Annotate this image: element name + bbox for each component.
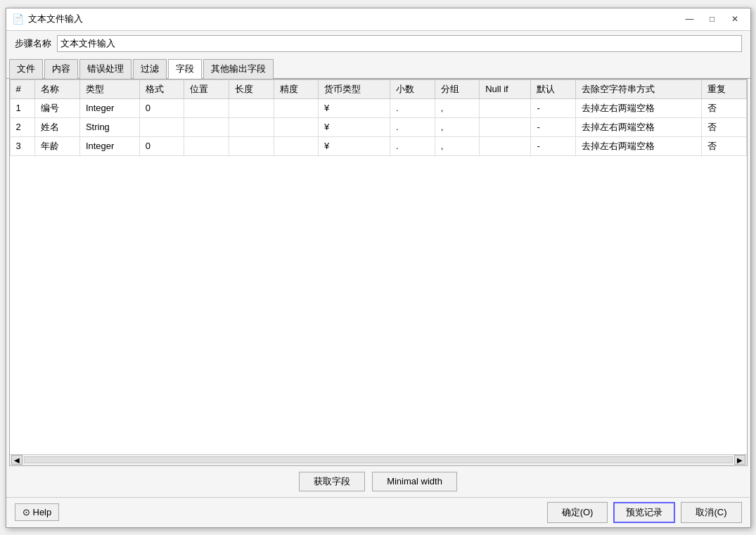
cell-row2-col1[interactable]: 2 — [10, 117, 35, 136]
cell-row1-col13[interactable]: 去掉左右两端空格 — [575, 98, 701, 117]
footer-row: ⊙ Help 确定(O) 预览记录 取消(C) — [6, 497, 750, 527]
col-header-nullif: Null if — [480, 79, 531, 98]
scroll-left-arrow[interactable]: ◀ — [11, 455, 23, 465]
main-window: 📄 文本文件输入 — □ ✕ 步骤名称 文件 内容 错误处理 过滤 字段 其他输… — [6, 8, 751, 528]
tab-fields[interactable]: 字段 — [168, 59, 202, 79]
minimize-button[interactable]: — — [680, 11, 700, 27]
step-input[interactable] — [57, 35, 742, 52]
window-title: 文本文件输入 — [28, 13, 83, 25]
fields-table: # 名称 类型 格式 位置 长度 精度 货币类型 小数 分组 Null if 默… — [10, 79, 747, 156]
cell-row3-col4[interactable]: 0 — [139, 136, 184, 155]
titlebar: 📄 文本文件输入 — □ ✕ — [6, 8, 750, 31]
action-buttons-row: 获取字段 Minimal width — [6, 466, 750, 497]
cell-row3-col13[interactable]: 去掉左右两端空格 — [575, 136, 701, 155]
close-button[interactable]: ✕ — [725, 11, 745, 27]
maximize-button[interactable]: □ — [703, 11, 722, 27]
cell-row3-col1[interactable]: 3 — [10, 136, 35, 155]
col-header-trim: 去除空字符串方式 — [575, 79, 701, 98]
col-header-format: 格式 — [139, 79, 184, 98]
table-row[interactable]: 3年龄Integer0¥.,-去掉左右两端空格否 — [10, 136, 746, 155]
cell-row2-col4[interactable] — [139, 117, 184, 136]
get-fields-button[interactable]: 获取字段 — [299, 472, 365, 491]
cell-row1-col14[interactable]: 否 — [701, 98, 746, 117]
cell-row1-col8[interactable]: ¥ — [319, 98, 390, 117]
tab-error[interactable]: 错误处理 — [79, 59, 132, 79]
col-header-precision: 精度 — [274, 79, 319, 98]
footer-right: 确定(O) 预览记录 取消(C) — [547, 502, 742, 523]
col-header-type: 类型 — [79, 79, 139, 98]
ok-button[interactable]: 确定(O) — [547, 502, 608, 523]
cell-row1-col11[interactable] — [480, 98, 531, 117]
cell-row3-col8[interactable]: ¥ — [319, 136, 390, 155]
cell-row3-col6[interactable] — [229, 136, 274, 155]
step-label: 步骤名称 — [15, 37, 51, 50]
cell-row2-col7[interactable] — [274, 117, 319, 136]
cell-row1-col7[interactable] — [274, 98, 319, 117]
help-button[interactable]: ⊙ Help — [15, 503, 60, 521]
cell-row1-col3[interactable]: Integer — [79, 98, 139, 117]
tab-content[interactable]: 内容 — [44, 59, 78, 79]
scroll-track[interactable] — [24, 456, 733, 463]
cell-row3-col10[interactable]: , — [435, 136, 480, 155]
window-icon: 📄 — [12, 13, 24, 25]
tab-file[interactable]: 文件 — [9, 59, 43, 79]
col-header-repeat: 重复 — [701, 79, 746, 98]
cell-row1-col1[interactable]: 1 — [10, 98, 35, 117]
cell-row3-col14[interactable]: 否 — [701, 136, 746, 155]
col-header-length: 长度 — [229, 79, 274, 98]
cell-row3-col9[interactable]: . — [390, 136, 435, 155]
cell-row1-col6[interactable] — [229, 98, 274, 117]
cell-row2-col2[interactable]: 姓名 — [35, 117, 80, 136]
titlebar-left: 📄 文本文件输入 — [12, 13, 83, 25]
tabs-row: 文件 内容 错误处理 过滤 字段 其他输出字段 — [6, 56, 750, 79]
cell-row3-col11[interactable] — [480, 136, 531, 155]
cell-row2-col5[interactable] — [184, 117, 229, 136]
table-row[interactable]: 2姓名String¥.,-去掉左右两端空格否 — [10, 117, 746, 136]
cell-row3-col7[interactable] — [274, 136, 319, 155]
cell-row1-col2[interactable]: 编号 — [35, 98, 80, 117]
cell-row2-col6[interactable] — [229, 117, 274, 136]
cell-row3-col5[interactable] — [184, 136, 229, 155]
col-header-default: 默认 — [531, 79, 576, 98]
cell-row1-col4[interactable]: 0 — [139, 98, 184, 117]
col-header-name: 名称 — [35, 79, 80, 98]
cell-row2-col12[interactable]: - — [531, 117, 576, 136]
cell-row2-col14[interactable]: 否 — [701, 117, 746, 136]
preview-button[interactable]: 预览记录 — [613, 502, 675, 523]
cell-row1-col9[interactable]: . — [390, 98, 435, 117]
cell-row3-col12[interactable]: - — [531, 136, 576, 155]
cell-row2-col8[interactable]: ¥ — [319, 117, 390, 136]
col-header-num: # — [10, 79, 35, 98]
col-header-group: 分组 — [435, 79, 480, 98]
cell-row2-col13[interactable]: 去掉左右两端空格 — [575, 117, 701, 136]
cancel-button[interactable]: 取消(C) — [681, 502, 741, 523]
col-header-currency: 货币类型 — [319, 79, 390, 98]
tab-other[interactable]: 其他输出字段 — [203, 59, 274, 79]
table-container[interactable]: # 名称 类型 格式 位置 长度 精度 货币类型 小数 分组 Null if 默… — [10, 79, 747, 454]
col-header-position: 位置 — [184, 79, 229, 98]
titlebar-controls: — □ ✕ — [680, 11, 745, 27]
table-row[interactable]: 1编号Integer0¥.,-去掉左右两端空格否 — [10, 98, 746, 117]
horizontal-scrollbar[interactable]: ◀ ▶ — [10, 454, 747, 465]
tab-filter[interactable]: 过滤 — [133, 59, 167, 79]
help-label: Help — [33, 507, 52, 517]
main-content: # 名称 类型 格式 位置 长度 精度 货币类型 小数 分组 Null if 默… — [9, 79, 748, 466]
footer-left: ⊙ Help — [15, 503, 60, 521]
cell-row3-col3[interactable]: Integer — [79, 136, 139, 155]
cell-row2-col9[interactable]: . — [390, 117, 435, 136]
cell-row2-col3[interactable]: String — [79, 117, 139, 136]
scroll-right-arrow[interactable]: ▶ — [734, 455, 745, 465]
cell-row2-col10[interactable]: , — [435, 117, 480, 136]
cell-row1-col10[interactable]: , — [435, 98, 480, 117]
minimal-width-button[interactable]: Minimal width — [372, 472, 457, 491]
cell-row1-col12[interactable]: - — [531, 98, 576, 117]
step-row: 步骤名称 — [6, 31, 750, 56]
col-header-decimal: 小数 — [390, 79, 435, 98]
help-icon: ⊙ — [23, 507, 30, 517]
cell-row1-col5[interactable] — [184, 98, 229, 117]
cell-row2-col11[interactable] — [480, 117, 531, 136]
cell-row3-col2[interactable]: 年龄 — [35, 136, 80, 155]
